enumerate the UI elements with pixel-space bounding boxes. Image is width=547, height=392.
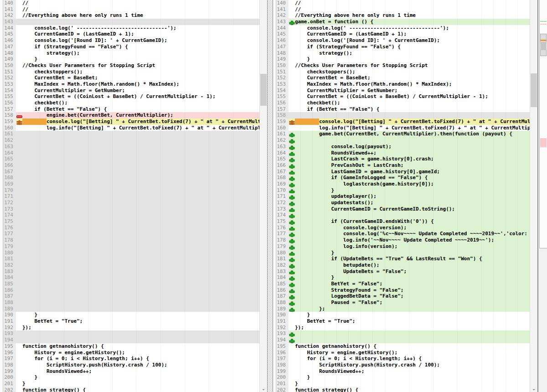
code-line[interactable]: 154 CurrentMultiplier = GetNumber; [3, 88, 259, 94]
code-line[interactable]: 160 log.info("[Betting] " + CurrentBet.t… [276, 125, 530, 131]
code-line[interactable]: 146 console.log('[Round ID]: ' + Current… [276, 37, 530, 44]
code-line[interactable]: 159 console.log("[Betting] " + CurrentBe… [276, 119, 530, 125]
code-line[interactable]: 202function strategy() { [276, 387, 530, 392]
code-line[interactable]: 165 LastCrash = game.history[0].crash; [276, 156, 530, 162]
code-line[interactable]: 166 PrevCashOut = LastCrash; [276, 162, 530, 169]
code-line[interactable]: 177 [3, 231, 259, 237]
code-line[interactable]: 176 [3, 225, 259, 231]
code-line[interactable]: 174 [3, 212, 259, 218]
code-line[interactable]: 147 if (StrategyFound == "False") { [3, 44, 259, 50]
code-line[interactable]: 147 if (StrategyFound == "False") { [276, 44, 530, 50]
code-line[interactable]: 163 console.log(payout); [276, 144, 530, 150]
code-line[interactable]: 162 [3, 137, 259, 144]
code-line[interactable]: 157 if (BetYet == "False") { [276, 106, 530, 113]
code-line[interactable]: 170 } [276, 187, 530, 194]
code-line[interactable]: 146 console.log('[Round ID]: ' + Current… [3, 37, 259, 44]
code-line[interactable]: 198 ScriptHistory.push(History.crash / 1… [3, 362, 259, 368]
code-line[interactable]: 194 [3, 337, 259, 343]
code-line[interactable]: 181 [3, 256, 259, 262]
code-line[interactable]: 151 checkstoppers(); [276, 69, 530, 75]
code-line[interactable]: 157 if (BetYet == "False") { [3, 106, 259, 113]
code-line[interactable]: 150//Checks User Parameters for Stopping… [276, 62, 530, 69]
code-line[interactable]: 152 CurrentBet = BaseBet; [276, 75, 530, 81]
code-line[interactable]: 186 StrategyFound = "False"; [276, 287, 530, 294]
code-line[interactable]: 192}); [276, 325, 530, 331]
code-line[interactable]: 185 [3, 281, 259, 287]
code-line[interactable]: 170 [3, 187, 259, 194]
code-line[interactable]: 200 } [3, 374, 259, 381]
code-line[interactable]: 140// [3, 0, 259, 6]
code-line[interactable]: 156 checkbet(); [3, 100, 259, 106]
code-line[interactable]: 197 for (i = 0; i < History.length; i++)… [276, 356, 530, 362]
code-line[interactable]: 171 updateplayer(); [276, 193, 530, 200]
code-line[interactable]: 202function strategy() { [3, 387, 259, 392]
code-line[interactable]: 169 [3, 181, 259, 187]
code-line[interactable]: 159 console.log("[Betting] " + CurrentBe… [3, 119, 259, 125]
code-line[interactable]: 175 [3, 218, 259, 225]
code-line[interactable]: 178 log.info('~~Nov~~~~ Update Completed… [276, 237, 530, 243]
code-line[interactable]: 174 [276, 212, 530, 218]
code-line[interactable]: 151 checkstoppers(); [3, 69, 259, 75]
code-line[interactable]: 189 [3, 306, 259, 312]
code-line[interactable]: 190 } [3, 312, 259, 318]
code-line[interactable]: 153 MaxIndex = Math.floor(Math.random() … [3, 81, 259, 88]
code-line[interactable]: 167 [3, 169, 259, 175]
code-line[interactable]: 182 betupdate(); [276, 262, 530, 268]
code-line[interactable]: 140// [276, 0, 530, 6]
code-line[interactable]: 153 MaxIndex = Math.floor(Math.random() … [276, 81, 530, 88]
right-scrollbar-thumb[interactable] [531, 73, 537, 107]
code-line[interactable]: 148 strategy(); [276, 50, 530, 57]
code-line[interactable]: 154 CurrentMultiplier = GetNumber; [276, 88, 530, 94]
code-line[interactable]: 188 Paused = "False"; [276, 299, 530, 306]
code-line[interactable]: 161 game.bet(CurrentBet, CurrentMultipli… [276, 131, 530, 137]
code-line[interactable]: 191 BetYet = "True"; [276, 318, 530, 325]
code-line[interactable]: 148 strategy(); [3, 50, 259, 57]
code-line[interactable]: 184 } [276, 274, 530, 281]
code-line[interactable]: 169 loglastcrash(game.history[0]); [276, 181, 530, 187]
pane-splitter[interactable] [267, 0, 273, 392]
code-line[interactable]: 172 updatestats(); [276, 200, 530, 206]
code-line[interactable]: 150//Checks User Parameters for Stopping… [3, 62, 259, 69]
code-line[interactable]: 149 } [276, 56, 530, 62]
code-line[interactable]: 179 [3, 243, 259, 250]
code-line[interactable]: 145 CurrentGameID = (LastGameID + 1); [276, 31, 530, 37]
code-line[interactable]: 194 [276, 337, 530, 343]
code-line[interactable]: 187 [3, 293, 259, 299]
code-line[interactable]: 158 engine.bet(CurrentBet, CurrentMultip… [3, 112, 259, 119]
code-line[interactable]: 165 [3, 156, 259, 162]
left-vertical-scrollbar[interactable]: ⌄ [259, 0, 267, 392]
code-line[interactable]: 199 RoundsViewed++; [3, 368, 259, 375]
code-line[interactable]: 180 } [276, 250, 530, 256]
code-line[interactable]: 201} [3, 381, 259, 387]
code-line[interactable]: 144 console.log(' ----------------------… [3, 25, 259, 31]
code-line[interactable]: 187 LoggedBetData = "False"; [276, 293, 530, 299]
code-line[interactable]: 142//Everything above here only runs 1 t… [3, 12, 259, 19]
code-line[interactable]: 189 }; [276, 306, 530, 312]
code-line[interactable]: 173 [3, 206, 259, 212]
code-line[interactable]: 193 [3, 330, 259, 337]
code-line[interactable]: 149 } [3, 56, 259, 62]
code-line[interactable]: 186 [3, 287, 259, 294]
code-line[interactable]: 181 if (UpdateBets == "True" && LastResu… [276, 256, 530, 262]
code-line[interactable]: 193 [276, 330, 530, 337]
code-line[interactable]: 188 [3, 299, 259, 306]
code-line[interactable]: 163 [3, 144, 259, 150]
code-line[interactable]: 142//Everything above here only runs 1 t… [276, 12, 530, 19]
code-line[interactable]: 145 CurrentGameID = (LastGameID + 1); [3, 31, 259, 37]
code-line[interactable]: 152 CurrentBet = BaseBet; [3, 75, 259, 81]
code-line[interactable]: 171 [3, 193, 259, 200]
code-line[interactable]: 175 if (CurrentGameID.endsWith('0')) { [276, 218, 530, 225]
left-scrollbar-thumb[interactable] [260, 74, 267, 106]
right-scroll-down-button[interactable]: ⌄ [530, 385, 537, 392]
right-vertical-scrollbar[interactable]: ⌄ [530, 0, 537, 392]
code-line[interactable]: 155 CurrentBet = ((CoinLost + BaseBet) /… [3, 93, 259, 100]
location-map-pane[interactable] [539, 0, 547, 248]
code-line[interactable]: 166 [3, 162, 259, 169]
code-line[interactable]: 201} [276, 381, 530, 387]
code-line[interactable]: 192}); [3, 325, 259, 331]
code-line[interactable]: 178 [3, 237, 259, 243]
code-line[interactable]: 168 [3, 175, 259, 181]
code-line[interactable]: 144 console.log(' ----------------------… [276, 25, 530, 31]
code-line[interactable]: 160 log.info("[Betting] " + CurrentBet.t… [3, 125, 259, 131]
code-line[interactable]: 176 console.log(version); [276, 225, 530, 231]
